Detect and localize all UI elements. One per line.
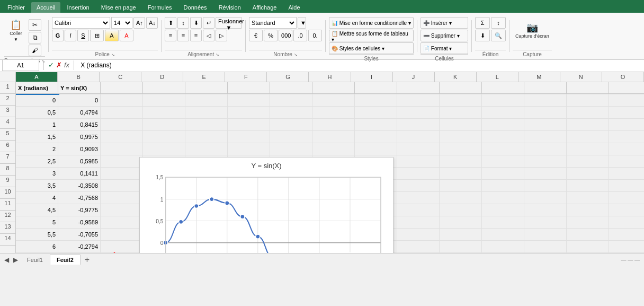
- sheet-tab-feuil2[interactable]: Feuil2: [50, 255, 80, 265]
- tab-prev-button[interactable]: ◀: [2, 256, 11, 264]
- col-header-a[interactable]: A: [16, 72, 58, 82]
- cell-r3c12[interactable]: [482, 107, 524, 118]
- cell-r12c13[interactable]: [524, 216, 567, 228]
- cell-r9c14[interactable]: [567, 180, 609, 191]
- currency-button[interactable]: €: [249, 30, 263, 41]
- cell-r14c11[interactable]: [440, 241, 482, 252]
- col-header-l[interactable]: L: [477, 72, 518, 82]
- tab-accueil[interactable]: Accueil: [31, 2, 60, 13]
- cell-r4c11[interactable]: [440, 119, 482, 130]
- cell-r12c12[interactable]: [482, 216, 524, 228]
- merge-button[interactable]: Fusionner ▼: [216, 17, 242, 29]
- cell-r3c8[interactable]: [312, 107, 355, 118]
- border-button[interactable]: ⊞: [90, 30, 104, 41]
- col-header-i[interactable]: I: [351, 72, 393, 82]
- cell-r5c2[interactable]: 0,9975: [58, 131, 101, 143]
- cell-r4c1[interactable]: 1: [16, 119, 58, 130]
- font-size-select[interactable]: 14: [111, 17, 132, 29]
- cell-r13c10[interactable]: [397, 229, 440, 240]
- cell-r1c13[interactable]: [524, 82, 567, 94]
- cell-r5c14[interactable]: [567, 131, 609, 143]
- capture-button[interactable]: 📷 Capture d'écran: [513, 17, 552, 45]
- cell-r4c8[interactable]: [312, 119, 355, 130]
- cell-r10c10[interactable]: [397, 192, 440, 204]
- cell-r5c5[interactable]: [185, 131, 228, 143]
- tab-insertion[interactable]: Insertion: [61, 2, 94, 13]
- row-header-5[interactable]: 5: [0, 129, 15, 141]
- cell-r5c12[interactable]: [482, 131, 524, 143]
- cell-r7c11[interactable]: [440, 155, 482, 167]
- cell-r9c2[interactable]: -0,3508: [58, 180, 101, 191]
- cell-r6c5[interactable]: [185, 143, 228, 155]
- cell-r10c12[interactable]: [482, 192, 524, 204]
- cell-r11c11[interactable]: [440, 204, 482, 216]
- cell-r3c3[interactable]: [101, 107, 143, 118]
- col-header-e[interactable]: E: [183, 72, 225, 82]
- cell-r6c6[interactable]: [228, 143, 270, 155]
- col-header-g[interactable]: G: [267, 72, 309, 82]
- cell-r11c3[interactable]: [101, 204, 143, 216]
- cell-r10c15[interactable]: [609, 192, 644, 204]
- cell-r4c15[interactable]: [609, 119, 644, 130]
- cell-r3c4[interactable]: [143, 107, 185, 118]
- cell-r5c13[interactable]: [524, 131, 567, 143]
- cell-r14c13[interactable]: [524, 241, 567, 252]
- cell-r4c7[interactable]: [270, 119, 312, 130]
- cell-r3c13[interactable]: [524, 107, 567, 118]
- cell-r4c12[interactable]: [482, 119, 524, 130]
- col-header-n[interactable]: N: [560, 72, 602, 82]
- cell-r13c2[interactable]: -0,7055: [58, 229, 101, 240]
- cell-r4c6[interactable]: [228, 119, 270, 130]
- cell-r8c11[interactable]: [440, 168, 482, 179]
- col-header-j[interactable]: J: [393, 72, 435, 82]
- cell-r9c12[interactable]: [482, 180, 524, 191]
- cell-r2c7[interactable]: [270, 94, 312, 106]
- col-header-o[interactable]: O: [602, 72, 644, 82]
- bold-button[interactable]: G: [52, 30, 64, 41]
- row-header-11[interactable]: 11: [0, 199, 15, 211]
- cell-r14c2[interactable]: -0,2794: [58, 241, 101, 252]
- cell-r4c4[interactable]: [143, 119, 185, 130]
- align-center-button[interactable]: ≡: [177, 30, 189, 41]
- row-header-8[interactable]: 8: [0, 164, 15, 176]
- cell-ref-input[interactable]: [2, 59, 39, 71]
- cell-r1c9[interactable]: [355, 82, 397, 94]
- cell-r5c4[interactable]: [143, 131, 185, 143]
- indent-increase-button[interactable]: ▷: [216, 30, 227, 41]
- cell-r6c1[interactable]: 2: [16, 143, 58, 155]
- cell-r5c9[interactable]: [355, 131, 397, 143]
- cell-r2c3[interactable]: [101, 94, 143, 106]
- cell-r14c1[interactable]: 6: [16, 241, 58, 252]
- cell-r6c11[interactable]: [440, 143, 482, 155]
- cell-r12c11[interactable]: [440, 216, 482, 228]
- cell-r6c13[interactable]: [524, 143, 567, 155]
- cell-r2c14[interactable]: [567, 94, 609, 106]
- cell-r1c12[interactable]: [482, 82, 524, 94]
- cell-r6c14[interactable]: [567, 143, 609, 155]
- cell-r6c8[interactable]: [312, 143, 355, 155]
- coller-button[interactable]: 📋 Coller ▼: [4, 17, 28, 45]
- decrease-decimal-button[interactable]: 0.: [308, 30, 322, 41]
- cell-r11c12[interactable]: [482, 204, 524, 216]
- cell-r6c10[interactable]: [397, 143, 440, 155]
- cell-r9c3[interactable]: [101, 180, 143, 191]
- cell-r1c4[interactable]: [143, 82, 185, 94]
- cell-r5c3[interactable]: [101, 131, 143, 143]
- cell-r3c11[interactable]: [440, 107, 482, 118]
- sum-button[interactable]: Σ: [475, 17, 490, 29]
- cell-r1c7[interactable]: [270, 82, 312, 94]
- cell-r12c1[interactable]: 5: [16, 216, 58, 228]
- row-header-12[interactable]: 12: [0, 211, 15, 222]
- row-header-2[interactable]: 2: [0, 94, 15, 106]
- cell-styles-button[interactable]: 🎨 Styles de cellules ▾: [329, 42, 414, 54]
- cell-r13c11[interactable]: [440, 229, 482, 240]
- cell-r5c8[interactable]: [312, 131, 355, 143]
- table-format-button[interactable]: 📋 Mettre sous forme de tableau ▾: [329, 30, 414, 41]
- cell-r11c10[interactable]: [397, 204, 440, 216]
- tab-aide[interactable]: Aide: [283, 2, 305, 13]
- format-button[interactable]: 📄 Format ▾: [421, 42, 468, 54]
- font-select[interactable]: Calibri: [52, 17, 110, 29]
- cell-r4c3[interactable]: [101, 119, 143, 130]
- cell-r13c14[interactable]: [567, 229, 609, 240]
- cell-r2c5[interactable]: [185, 94, 228, 106]
